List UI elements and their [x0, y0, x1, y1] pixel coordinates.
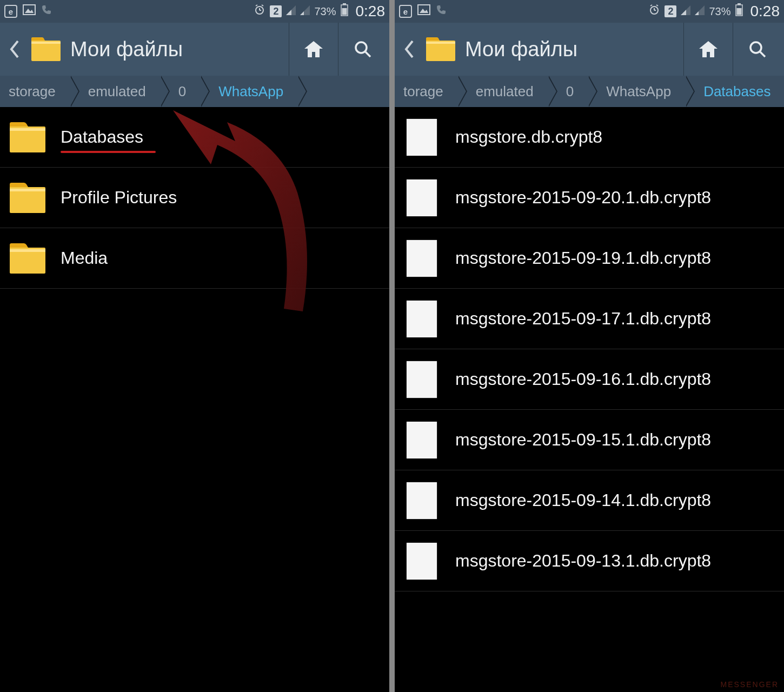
breadcrumb-item[interactable]: emulated — [70, 76, 160, 107]
highlight-underline — [61, 151, 156, 153]
file-item[interactable]: msgstore-2015-09-19.1.db.crypt8 — [395, 228, 784, 289]
svg-rect-18 — [10, 128, 45, 131]
item-label: msgstore-2015-09-13.1.db.crypt8 — [455, 551, 711, 571]
folder-item[interactable]: Profile Pictures — [0, 168, 389, 228]
svg-marker-15 — [304, 41, 323, 57]
breadcrumb-item[interactable]: storage — [0, 76, 70, 107]
sim-badge: 2 — [665, 5, 676, 17]
alarm-icon — [648, 4, 660, 19]
svg-marker-30 — [695, 5, 705, 15]
phone-icon — [436, 4, 447, 18]
svg-rect-0 — [23, 5, 35, 15]
picture-icon — [23, 4, 36, 18]
file-item[interactable]: msgstore-2015-09-20.1.db.crypt8 — [395, 168, 784, 228]
home-button[interactable] — [289, 23, 338, 76]
file-icon — [407, 119, 437, 156]
svg-marker-31 — [695, 11, 699, 15]
item-label: msgstore-2015-09-17.1.db.crypt8 — [455, 309, 711, 329]
file-icon — [407, 240, 437, 277]
search-button[interactable] — [733, 23, 782, 76]
status-bar: e 2 73% 0:28 — [0, 0, 389, 23]
file-icon — [407, 422, 437, 458]
item-label: msgstore-2015-09-15.1.db.crypt8 — [455, 430, 711, 450]
file-icon — [407, 361, 437, 398]
app-header: Мои файлы — [395, 23, 784, 76]
file-item[interactable]: msgstore-2015-09-14.1.db.crypt8 — [395, 470, 784, 531]
breadcrumb-item[interactable]: torage — [395, 76, 457, 107]
breadcrumb-left: storageemulated0WhatsApp — [0, 76, 389, 107]
item-label: msgstore-2015-09-20.1.db.crypt8 — [455, 188, 711, 208]
status-left: e — [399, 4, 447, 18]
watermark: MESSENGER — [721, 680, 779, 689]
svg-marker-1 — [25, 9, 34, 13]
breadcrumb-item[interactable]: WhatsApp — [200, 76, 297, 107]
phone-left: e 2 73% 0:28 — [0, 0, 389, 692]
svg-rect-19 — [10, 189, 45, 191]
svg-marker-8 — [286, 10, 291, 15]
status-bar: e 2 73% 0:28 — [395, 0, 784, 23]
file-icon — [407, 179, 437, 216]
item-label: msgstore-2015-09-19.1.db.crypt8 — [455, 248, 711, 268]
opera-icon: e — [399, 5, 412, 18]
breadcrumb-right: torageemulated0WhatsAppDatabases — [395, 76, 784, 107]
svg-rect-35 — [426, 42, 455, 44]
folder-item[interactable]: Databases — [0, 107, 389, 168]
app-folder-icon — [425, 37, 455, 61]
app-folder-icon — [30, 37, 61, 61]
svg-line-26 — [650, 5, 652, 6]
phone-right: e 2 73% 0:28 — [395, 0, 784, 692]
battery-icon — [341, 3, 348, 19]
battery-percent: 73% — [314, 5, 336, 18]
svg-rect-14 — [31, 42, 61, 44]
svg-line-6 — [262, 5, 263, 6]
signal-2-icon — [695, 4, 705, 18]
file-item[interactable]: msgstore-2015-09-13.1.db.crypt8 — [395, 531, 784, 591]
item-label: Databases — [61, 127, 143, 147]
alarm-icon — [254, 4, 265, 19]
breadcrumb-item[interactable]: emulated — [457, 76, 548, 107]
battery-icon — [735, 3, 743, 19]
svg-line-17 — [366, 52, 370, 57]
svg-marker-36 — [699, 41, 717, 57]
folder-item[interactable]: Media — [0, 228, 389, 289]
svg-line-38 — [760, 52, 765, 57]
app-header: Мои файлы — [0, 23, 389, 76]
svg-line-27 — [656, 5, 658, 6]
item-label: Profile Pictures — [61, 188, 177, 208]
breadcrumb-item[interactable]: Databases — [685, 76, 784, 107]
breadcrumb-item[interactable]: WhatsApp — [588, 76, 685, 107]
back-button[interactable] — [397, 23, 421, 76]
file-list-left[interactable]: DatabasesProfile PicturesMedia — [0, 107, 389, 692]
signal-1-icon — [286, 4, 296, 18]
svg-marker-10 — [300, 11, 304, 15]
header-actions — [289, 23, 387, 76]
file-item[interactable]: msgstore.db.crypt8 — [395, 107, 784, 168]
svg-rect-34 — [736, 8, 741, 15]
back-button[interactable] — [2, 23, 26, 76]
status-left: e — [4, 4, 52, 18]
signal-1-icon — [681, 4, 690, 18]
svg-marker-22 — [420, 9, 428, 13]
file-list-right[interactable]: msgstore.db.crypt8msgstore-2015-09-20.1.… — [395, 107, 784, 692]
status-right: 2 73% 0:28 — [648, 3, 780, 20]
battery-percent: 73% — [709, 5, 730, 18]
svg-rect-13 — [342, 8, 347, 15]
file-item[interactable]: msgstore-2015-09-15.1.db.crypt8 — [395, 410, 784, 470]
app-title: Мои файлы — [460, 38, 683, 61]
header-actions — [683, 23, 782, 76]
search-button[interactable] — [338, 23, 387, 76]
svg-line-5 — [256, 5, 257, 6]
svg-rect-20 — [10, 249, 45, 252]
signal-2-icon — [300, 4, 310, 18]
item-label: Media — [61, 248, 108, 268]
phone-icon — [41, 4, 52, 18]
opera-icon: e — [4, 5, 17, 18]
svg-point-16 — [356, 42, 367, 53]
home-button[interactable] — [683, 23, 733, 76]
svg-point-37 — [750, 42, 761, 53]
file-item[interactable]: msgstore-2015-09-17.1.db.crypt8 — [395, 289, 784, 349]
file-item[interactable]: msgstore-2015-09-16.1.db.crypt8 — [395, 349, 784, 410]
status-right: 2 73% 0:28 — [254, 3, 385, 20]
svg-marker-29 — [681, 10, 686, 15]
item-label: msgstore-2015-09-16.1.db.crypt8 — [455, 369, 711, 389]
